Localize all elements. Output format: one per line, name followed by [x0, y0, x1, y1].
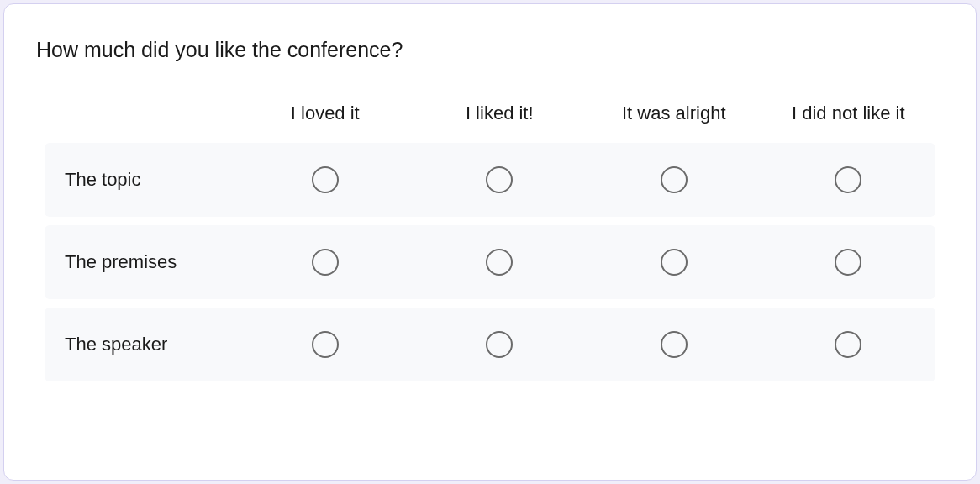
radio-cell: [587, 249, 761, 276]
radio-premises-alright[interactable]: [661, 249, 688, 276]
radio-cell: [761, 249, 936, 276]
grid-header-row: I loved it I liked it! It was alright I …: [45, 103, 935, 124]
row-label-topic: The topic: [45, 169, 238, 191]
radio-cell: [761, 166, 936, 193]
radio-topic-alright[interactable]: [661, 166, 688, 193]
radio-premises-notlike[interactable]: [835, 249, 861, 276]
radio-topic-liked[interactable]: [486, 166, 513, 193]
grid-row-topic: The topic: [45, 143, 935, 217]
radio-premises-loved[interactable]: [312, 249, 339, 276]
radio-speaker-notlike[interactable]: [835, 331, 861, 358]
radio-cell: [238, 249, 413, 276]
row-label-premises: The premises: [45, 251, 238, 273]
radio-speaker-liked[interactable]: [486, 331, 513, 358]
radio-cell: [238, 166, 413, 193]
row-label-speaker: The speaker: [45, 334, 238, 355]
column-header-alright: It was alright: [587, 103, 761, 124]
question-card: How much did you like the conference? I …: [3, 3, 977, 481]
column-header-notlike: I did not like it: [761, 103, 936, 124]
column-header-liked: I liked it!: [413, 103, 587, 124]
radio-cell: [413, 331, 587, 358]
radio-topic-notlike[interactable]: [835, 166, 861, 193]
radio-cell: [587, 331, 761, 358]
question-title: How much did you like the conference?: [36, 38, 935, 62]
grid-row-speaker: The speaker: [45, 308, 935, 381]
radio-cell: [587, 166, 761, 193]
radio-cell: [238, 331, 413, 358]
grid-row-premises: The premises: [45, 225, 935, 299]
radio-cell: [413, 166, 587, 193]
radio-cell: [413, 249, 587, 276]
radio-cell: [761, 331, 936, 358]
radio-speaker-loved[interactable]: [312, 331, 339, 358]
column-header-loved: I loved it: [238, 103, 413, 124]
radio-premises-liked[interactable]: [486, 249, 513, 276]
radio-topic-loved[interactable]: [312, 166, 339, 193]
radio-speaker-alright[interactable]: [661, 331, 688, 358]
rating-grid: I loved it I liked it! It was alright I …: [45, 103, 935, 381]
